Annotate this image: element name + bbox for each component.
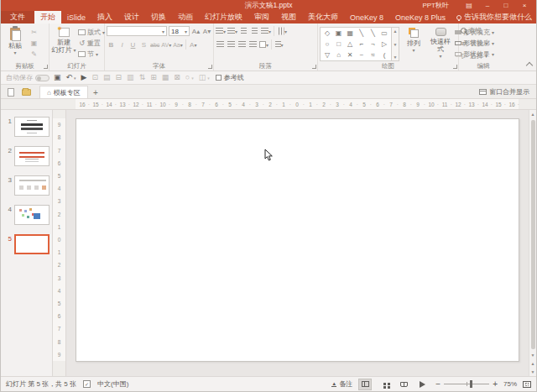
slides-panel[interactable]: 12345 xyxy=(1,110,53,376)
find-button[interactable]: 查找 xyxy=(461,25,506,36)
zoom-out-button[interactable]: − xyxy=(435,380,441,389)
align-center-icon[interactable] xyxy=(227,40,236,50)
menu-tab-设计[interactable]: 设计 xyxy=(118,11,145,24)
shape-icon[interactable]: □ xyxy=(334,39,344,49)
scroll-up-icon[interactable]: ▲ xyxy=(394,29,398,34)
font-dialog-launcher-icon[interactable] xyxy=(208,65,212,69)
decrease-font-size-button[interactable]: A▾ xyxy=(202,27,211,36)
shape-gallery-scrollbar[interactable]: ▲ ▼ ▼ xyxy=(392,27,399,61)
maximize-button[interactable]: □ xyxy=(498,0,514,11)
character-spacing-button[interactable]: AV▾ xyxy=(161,40,171,50)
menu-tab-审阅[interactable]: 审阅 xyxy=(248,11,275,24)
vertical-scrollbar[interactable]: ▲ ▼ ▲ ▼ xyxy=(529,110,536,376)
convert-to-smartart-icon[interactable]: ▾ xyxy=(274,40,284,50)
columns-icon[interactable]: ▾ xyxy=(259,40,268,50)
section-button[interactable]: 节▾ xyxy=(78,49,105,60)
reset-button[interactable]: ↺重置 xyxy=(78,38,105,49)
slide-thumbnail-item[interactable]: 3 xyxy=(1,175,52,196)
line-spacing-icon[interactable]: ▾ xyxy=(261,27,271,36)
paste-button[interactable]: 粘贴 ▾ xyxy=(3,25,28,61)
zoom-slider[interactable] xyxy=(444,384,489,384)
shape-icon[interactable]: ≈ xyxy=(368,50,378,60)
zoom-percentage[interactable]: 75% xyxy=(503,380,517,388)
autosave-toggle[interactable]: 自动保存 xyxy=(6,73,50,82)
document-tab-template-zone[interactable]: ⌂ 模板专区 xyxy=(39,86,88,98)
tell-me-box[interactable]: 告诉我你想要做什么 xyxy=(451,11,537,24)
menu-tab-切换[interactable]: 切换 xyxy=(145,11,172,24)
bullets-icon[interactable]: ▾ xyxy=(216,27,226,36)
menu-tab-美化大师[interactable]: 美化大师 xyxy=(302,11,344,24)
clipboard-dialog-launcher-icon[interactable] xyxy=(44,65,48,69)
layout-button[interactable]: 版式▾ xyxy=(78,27,105,38)
replace-button[interactable]: ⇄替换▾ xyxy=(461,38,506,49)
justify-icon[interactable] xyxy=(248,40,258,50)
ribbon-display-options-icon[interactable]: ▤ xyxy=(461,0,477,11)
next-slide-button[interactable]: ▼ xyxy=(529,368,536,376)
qat-tool-icon[interactable]: ⊡ xyxy=(92,74,99,81)
shape-icon[interactable]: ⌂ xyxy=(334,50,344,60)
shape-icon[interactable]: △ xyxy=(345,39,355,49)
underline-button[interactable]: U xyxy=(128,40,138,50)
shape-icon[interactable]: ▣ xyxy=(334,29,344,38)
menu-tab-视图[interactable]: 视图 xyxy=(275,11,302,24)
change-case-button[interactable]: Aa▾ xyxy=(173,40,183,50)
slide-thumbnail-item[interactable]: 1 xyxy=(1,117,52,137)
bold-button[interactable]: B xyxy=(107,40,116,50)
undo-icon[interactable]: ↶ xyxy=(66,74,73,81)
menu-tab-动画[interactable]: 动画 xyxy=(172,11,199,24)
qat-tool-icon[interactable]: ▤ xyxy=(103,74,111,81)
shape-icon[interactable]: ╲ xyxy=(368,29,378,38)
new-document-button[interactable] xyxy=(4,86,18,97)
normal-view-button[interactable] xyxy=(358,379,372,390)
previous-slide-button[interactable]: ▲ xyxy=(529,359,536,368)
open-folder-button[interactable] xyxy=(19,86,33,97)
shape-icon[interactable]: ~ xyxy=(357,50,367,60)
copy-icon[interactable]: ▣ xyxy=(29,39,39,48)
increase-font-size-button[interactable]: A▴ xyxy=(191,27,201,36)
format-painter-icon[interactable]: ✎ xyxy=(29,50,39,59)
qat-tool-icon[interactable]: ⊞ xyxy=(150,74,157,81)
undo-dropdown-icon[interactable]: ▾ xyxy=(74,76,76,81)
paragraph-dialog-launcher-icon[interactable] xyxy=(312,65,316,69)
select-button[interactable]: ▷选择▾ xyxy=(461,50,506,61)
font-color-button[interactable]: A▾ xyxy=(189,40,198,50)
language-label[interactable]: 中文(中国) xyxy=(97,379,128,389)
menu-tab-开始[interactable]: 开始 xyxy=(34,11,61,24)
notes-button[interactable]: ▲ 备注 xyxy=(331,379,352,389)
menu-tab-插入[interactable]: 插入 xyxy=(91,11,118,24)
slide-sorter-view-button[interactable] xyxy=(378,379,391,390)
qat-tool-icon[interactable]: ⊟ xyxy=(116,74,123,81)
font-name-select[interactable]: ▾ xyxy=(107,26,167,36)
shape-icon[interactable]: ○ xyxy=(322,39,332,49)
align-right-icon[interactable] xyxy=(237,40,247,50)
spell-check-icon[interactable]: ✓ xyxy=(83,380,91,388)
shape-icon[interactable]: ( xyxy=(379,50,389,60)
shape-icon[interactable]: ✕ xyxy=(345,50,355,60)
minimize-button[interactable]: – xyxy=(479,0,496,11)
qat-tool-icon[interactable]: ▦ xyxy=(162,74,169,81)
shape-icon[interactable]: ▭ xyxy=(379,29,389,38)
horizontal-ruler[interactable]: 1615141312111098765432101234567891011121… xyxy=(1,99,536,110)
menu-tab-幻灯片放映[interactable]: 幻灯片放映 xyxy=(199,11,248,24)
qat-tool-icon[interactable]: ⇅ xyxy=(139,74,146,81)
merge-windows-toggle[interactable]: 窗口合并显示 xyxy=(479,87,533,97)
shape-icon[interactable]: ╲ xyxy=(357,29,367,38)
slide-thumbnail[interactable] xyxy=(14,175,50,196)
decrease-indent-icon[interactable] xyxy=(239,27,248,36)
qat-tool-icon[interactable]: ○ xyxy=(185,74,190,81)
drawing-dialog-launcher-icon[interactable] xyxy=(453,65,457,69)
scroll-up-icon[interactable]: ▲ xyxy=(529,110,536,118)
slide-thumbnail[interactable] xyxy=(14,205,50,225)
shape-icon[interactable]: ▷ xyxy=(379,39,389,49)
menu-tab-OneKey 8 Plus[interactable]: OneKey 8 Plus xyxy=(389,11,451,24)
zoom-slider-knob[interactable] xyxy=(470,380,472,388)
slideshow-view-button[interactable] xyxy=(416,379,430,390)
shape-icon[interactable]: ⌐ xyxy=(357,39,367,49)
save-icon[interactable]: ▣ xyxy=(54,74,61,81)
scroll-down-icon[interactable]: ▼ xyxy=(394,42,398,47)
shape-icon[interactable]: ▽ xyxy=(322,50,332,60)
slide-editing-area[interactable] xyxy=(66,110,529,376)
slide-canvas[interactable] xyxy=(76,118,519,362)
start-slideshow-icon[interactable]: ▶ xyxy=(81,74,87,81)
strikethrough-button[interactable]: abc xyxy=(150,40,159,50)
